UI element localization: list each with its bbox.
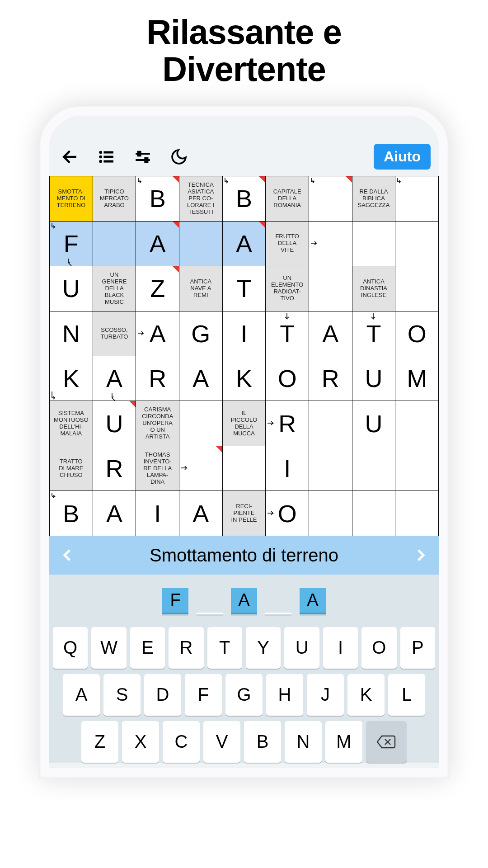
letter-cell[interactable]: T: [266, 311, 309, 356]
letter-cell[interactable]: U: [352, 356, 395, 401]
letter-cell[interactable]: U: [93, 401, 136, 445]
next-hint-icon[interactable]: [413, 545, 428, 565]
key-h[interactable]: H: [266, 674, 303, 716]
letter-cell[interactable]: A: [179, 356, 222, 401]
backspace-key[interactable]: [366, 721, 407, 763]
letter-cell[interactable]: [309, 491, 352, 535]
key-q[interactable]: Q: [53, 627, 88, 669]
key-m[interactable]: M: [325, 721, 362, 763]
letter-cell[interactable]: A: [179, 491, 222, 535]
letter-cell[interactable]: A: [93, 491, 136, 535]
letter-cell[interactable]: [179, 401, 222, 445]
letter-cell[interactable]: [179, 222, 222, 266]
key-w[interactable]: W: [91, 627, 126, 669]
clue-cell[interactable]: TRATTO DI MARE CHIUSO: [50, 446, 93, 491]
key-u[interactable]: U: [284, 627, 319, 669]
clue-cell[interactable]: TIPICO MERCATO ARABO: [93, 176, 136, 221]
key-j[interactable]: J: [307, 674, 344, 716]
letter-cell[interactable]: F: [50, 222, 93, 266]
back-icon[interactable]: [59, 146, 82, 168]
letter-cell[interactable]: K: [50, 356, 93, 401]
key-k[interactable]: K: [347, 674, 385, 716]
key-n[interactable]: N: [285, 721, 322, 763]
letter-cell[interactable]: U: [50, 266, 93, 311]
key-s[interactable]: S: [103, 674, 141, 716]
letter-cell[interactable]: R: [266, 401, 309, 445]
letter-cell[interactable]: R: [93, 446, 136, 491]
letter-cell[interactable]: B: [136, 176, 179, 221]
letter-cell[interactable]: T: [352, 311, 395, 356]
key-g[interactable]: G: [225, 674, 263, 716]
letter-cell[interactable]: [395, 401, 438, 445]
moon-icon[interactable]: [168, 146, 190, 168]
clue-cell[interactable]: ANTICA DINASTIA INGLESE: [352, 266, 395, 311]
letter-cell[interactable]: I: [136, 491, 179, 535]
clue-cell[interactable]: FRUTTO DELLA VITE: [266, 222, 309, 266]
clue-cell[interactable]: UN ELEMENTO RADIOAT- TIVO: [266, 266, 309, 311]
letter-cell[interactable]: T: [223, 266, 266, 311]
letter-cell[interactable]: [179, 446, 222, 491]
key-x[interactable]: X: [122, 721, 159, 763]
key-t[interactable]: T: [207, 627, 242, 669]
letter-cell[interactable]: [93, 222, 136, 266]
letter-cell[interactable]: [352, 491, 395, 535]
letter-cell[interactable]: U: [352, 401, 395, 445]
clue-cell[interactable]: UN GENERE DELLA BLACK MUSIC: [93, 266, 136, 311]
sliders-icon[interactable]: [131, 146, 154, 168]
help-button[interactable]: Aiuto: [374, 144, 431, 170]
letter-cell[interactable]: [395, 491, 438, 535]
clue-cell[interactable]: SISTEMA MONTUOSO DELL'HI- MALAIA: [50, 401, 93, 445]
clue-cell[interactable]: CAPITALE DELLA ROMANIA: [266, 176, 309, 221]
key-v[interactable]: V: [203, 721, 240, 763]
letter-cell[interactable]: A: [136, 311, 179, 356]
letter-cell[interactable]: [223, 446, 266, 491]
letter-cell[interactable]: G: [179, 311, 222, 356]
clue-cell[interactable]: RE DALLA BIBLICA SAGGEZZA: [352, 176, 395, 221]
letter-cell[interactable]: A: [309, 311, 352, 356]
letter-cell[interactable]: B: [223, 176, 266, 221]
letter-cell[interactable]: A: [223, 222, 266, 266]
letter-cell[interactable]: B: [50, 491, 93, 535]
letter-cell[interactable]: M: [395, 356, 438, 401]
letter-cell[interactable]: [309, 266, 352, 311]
letter-cell[interactable]: [309, 176, 352, 221]
letter-cell[interactable]: O: [266, 491, 309, 535]
clue-cell[interactable]: TECNICA ASIATICA PER CO- LORARE I TESSUT…: [179, 176, 222, 221]
prev-hint-icon[interactable]: [60, 545, 75, 565]
key-l[interactable]: L: [388, 674, 425, 716]
letter-cell[interactable]: [352, 222, 395, 266]
letter-cell[interactable]: O: [266, 356, 309, 401]
letter-cell[interactable]: [395, 222, 438, 266]
letter-cell[interactable]: [395, 266, 438, 311]
clue-cell[interactable]: RECI- PIENTE IN PELLE: [223, 491, 266, 535]
key-d[interactable]: D: [144, 674, 181, 716]
letter-cell[interactable]: [309, 401, 352, 445]
key-c[interactable]: C: [163, 721, 200, 763]
list-icon[interactable]: [95, 146, 118, 168]
letter-cell[interactable]: A: [136, 222, 179, 266]
key-a[interactable]: A: [63, 674, 100, 716]
key-e[interactable]: E: [130, 627, 165, 669]
clue-cell[interactable]: CARISMA CIRCONDA UN'OPERA O UN ARTISTA: [136, 401, 179, 445]
key-o[interactable]: O: [361, 627, 396, 669]
letter-cell[interactable]: A: [93, 356, 136, 401]
key-r[interactable]: R: [169, 627, 203, 669]
key-b[interactable]: B: [244, 721, 281, 763]
letter-cell[interactable]: [395, 446, 438, 491]
clue-cell[interactable]: ANTICA NAVE A REMI: [179, 266, 222, 311]
letter-cell[interactable]: R: [136, 356, 179, 401]
letter-cell[interactable]: [395, 176, 438, 221]
key-z[interactable]: Z: [81, 721, 118, 763]
letter-cell[interactable]: I: [223, 311, 266, 356]
letter-cell[interactable]: K: [223, 356, 266, 401]
letter-cell[interactable]: N: [50, 311, 93, 356]
letter-cell[interactable]: [352, 446, 395, 491]
key-y[interactable]: Y: [246, 627, 281, 669]
crossword-grid[interactable]: SMOTTA- MENTO DI TERRENOTIPICO MERCATO A…: [49, 176, 439, 536]
key-i[interactable]: I: [323, 627, 358, 669]
key-p[interactable]: P: [400, 627, 435, 669]
key-f[interactable]: F: [185, 674, 222, 716]
clue-cell[interactable]: SMOTTA- MENTO DI TERRENO: [50, 176, 93, 221]
clue-cell[interactable]: THOMAS INVENTO- RE DELLA LAMPA- DINA: [136, 446, 179, 491]
letter-cell[interactable]: Z: [136, 266, 179, 311]
